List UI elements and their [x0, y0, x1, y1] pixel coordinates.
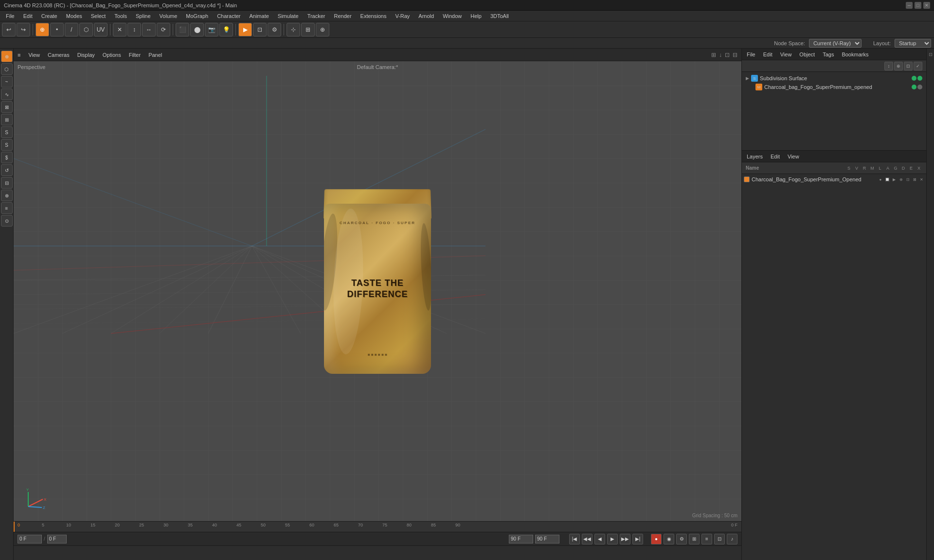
menu-simulate[interactable]: Simulate [274, 12, 303, 20]
vp-menu-view[interactable]: View [28, 52, 40, 58]
prev-frame-btn[interactable]: ◀◀ [582, 534, 593, 544]
left-btn-s3[interactable]: $ [1, 152, 13, 163]
polygon-mode-btn[interactable]: ⬡ [79, 23, 93, 36]
points-mode-btn[interactable]: • [50, 23, 64, 36]
record-keyframe-btn[interactable]: ◉ [664, 534, 674, 544]
timeline-extra-btn[interactable]: ⊡ [714, 534, 725, 544]
left-btn-polygons[interactable]: ⬡ [1, 63, 13, 75]
layer-icon-extra1[interactable]: ⊕ [898, 176, 904, 182]
uv-mode-btn[interactable]: UV [94, 23, 108, 36]
obj-charcoal-bag[interactable]: M Charcoal_bag_Fogo_SuperPremium_opened [744, 83, 924, 91]
menu-spline[interactable]: Spline [132, 12, 155, 20]
model-mode-btn[interactable]: ⊕ [36, 23, 49, 36]
current-frame-input[interactable] [18, 535, 42, 543]
layers-menu-edit[interactable]: Edit [769, 153, 782, 160]
start-frame-input[interactable] [47, 535, 67, 543]
autokey-btn[interactable]: ⚙ [676, 534, 687, 544]
snap-btn[interactable]: ⊹ [287, 23, 300, 36]
left-btn-scene[interactable]: ⊞ [1, 114, 13, 125]
next-frame-btn[interactable]: ▶▶ [620, 534, 630, 544]
layout-select[interactable]: Startup Standard UV Edit [895, 39, 931, 48]
play-btn[interactable]: ▶ [607, 534, 618, 544]
camera-btn[interactable]: 📷 [205, 23, 218, 36]
end-frame-input[interactable] [535, 535, 559, 543]
menu-vray[interactable]: V-Ray [391, 12, 413, 20]
grid-btn[interactable]: ⊞ [301, 23, 315, 36]
menu-mograph[interactable]: MoGraph [182, 12, 212, 20]
bag-vis-1[interactable] [912, 85, 916, 89]
left-btn-s2[interactable]: S [1, 139, 13, 151]
undo-btn[interactable]: ↩ [2, 23, 16, 36]
obj-icon-1[interactable]: ↕ [884, 62, 893, 70]
maximize-btn[interactable]: □ [915, 2, 921, 9]
timeline-settings-btn[interactable]: ⊞ [689, 534, 700, 544]
obj-menu-edit[interactable]: Edit [761, 51, 774, 58]
layer-icon-extra4[interactable]: ✕ [918, 176, 924, 182]
vp-menu-icon[interactable]: ≡ [18, 52, 20, 58]
render-region-btn[interactable]: ⊡ [253, 23, 267, 36]
subd-vis-1[interactable] [912, 76, 916, 81]
edges-mode-btn[interactable]: / [65, 23, 78, 36]
menu-render[interactable]: Render [330, 12, 356, 20]
left-btn-deformer[interactable]: ⊠ [1, 101, 13, 113]
layers-menu-view[interactable]: View [786, 153, 801, 160]
menu-edit[interactable]: Edit [19, 12, 36, 20]
menu-3dtoall[interactable]: 3DToAll [486, 12, 513, 20]
render-settings-btn[interactable]: ⚙ [268, 23, 281, 36]
left-btn-select[interactable]: ⊕ [1, 51, 13, 62]
obj-menu-tags[interactable]: Tags [821, 51, 836, 58]
menu-help[interactable]: Help [467, 12, 485, 20]
left-btn-paint[interactable]: ⊟ [1, 177, 13, 189]
subd-vis-2[interactable] [917, 76, 922, 81]
layer-icon-render[interactable]: ▶ [891, 176, 897, 182]
record-btn[interactable]: ● [651, 534, 662, 544]
obj-menu-object[interactable]: Object [797, 51, 817, 58]
vp-menu-display[interactable]: Display [77, 52, 95, 58]
vp-menu-filter[interactable]: Filter [129, 52, 141, 58]
left-btn-s1[interactable]: S [1, 126, 13, 138]
left-btn-snap[interactable]: ⊙ [1, 215, 13, 227]
menu-arnold[interactable]: Arnold [414, 12, 438, 20]
menu-character[interactable]: Character [213, 12, 244, 20]
left-btn-nurbs[interactable]: ∿ [1, 88, 13, 100]
timeline-sound-btn[interactable]: ♪ [727, 534, 737, 544]
vp-more-icon[interactable]: ⊟ [733, 52, 737, 58]
scale-tool-btn[interactable]: ↔ [142, 23, 156, 36]
sphere-btn[interactable]: ⬤ [190, 23, 204, 36]
light-btn[interactable]: 💡 [219, 23, 233, 36]
menu-create[interactable]: Create [37, 12, 61, 20]
left-btn-hair[interactable]: ⊕ [1, 190, 13, 201]
move-tool-btn[interactable]: ↕ [127, 23, 141, 36]
menu-extensions[interactable]: Extensions [357, 12, 391, 20]
vp-menu-cameras[interactable]: Cameras [48, 52, 70, 58]
vp-menu-panel[interactable]: Panel [148, 52, 162, 58]
redo-btn[interactable]: ↪ [17, 23, 30, 36]
timeline-more-btn[interactable]: ≡ [701, 534, 712, 544]
select-tool-btn[interactable]: ✕ [113, 23, 126, 36]
menu-tools[interactable]: Tools [110, 12, 131, 20]
layer-icon-vis[interactable]: ● [878, 176, 883, 182]
menu-tracker[interactable]: Tracker [304, 12, 329, 20]
timeline-ruler[interactable]: 0 5 10 15 20 25 30 35 40 45 50 55 60 65 … [14, 522, 741, 532]
axis-btn[interactable]: ⊕ [316, 23, 329, 36]
left-btn-sculpt[interactable]: ↺ [1, 164, 13, 176]
obj-menu-view[interactable]: View [778, 51, 794, 58]
obj-icon-2[interactable]: ⊕ [894, 62, 903, 70]
go-start-btn[interactable]: |◀ [569, 534, 580, 544]
menu-select[interactable]: Select [87, 12, 110, 20]
left-btn-spline[interactable]: ~ [1, 76, 13, 88]
vp-fullscreen-icon[interactable]: ⊞ [711, 52, 716, 58]
obj-icon-4[interactable]: ✓ [914, 62, 922, 70]
layer-icon-extra2[interactable]: ⊡ [905, 176, 911, 182]
cube-btn[interactable]: ⬛ [176, 23, 189, 36]
end-frame-preview[interactable] [509, 535, 533, 543]
obj-menu-bookmarks[interactable]: Bookmarks [840, 51, 870, 58]
vp-render-icon[interactable]: ↓ [719, 52, 722, 58]
minimize-btn[interactable]: ─ [906, 2, 913, 9]
layer-icon-lock[interactable]: 🔲 [884, 176, 890, 182]
left-btn-layers[interactable]: ≡ [1, 202, 13, 214]
menu-modes[interactable]: Modes [62, 12, 86, 20]
obj-subdivision[interactable]: ▶ S Subdivision Surface [744, 74, 924, 83]
bag-vis-2[interactable] [917, 85, 922, 89]
play-back-btn[interactable]: ◀ [594, 534, 605, 544]
